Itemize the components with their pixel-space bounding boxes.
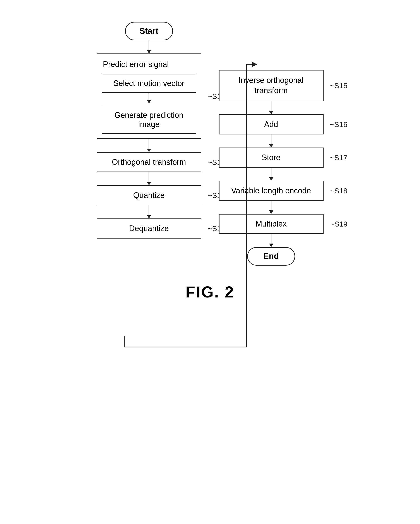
right-column: Inverse orthogonal transform ~S15 Add ~S… xyxy=(219,70,324,266)
add-box: Add xyxy=(219,114,324,134)
arrow-line xyxy=(271,101,271,111)
arrow-head xyxy=(269,144,273,148)
arrow-store-to-vle xyxy=(269,168,273,181)
arrow-line xyxy=(149,205,149,215)
variable-length-encode-box: Variable length encode xyxy=(219,181,324,201)
arrow-line xyxy=(271,234,271,244)
arrow-line xyxy=(271,168,271,177)
arrow-head xyxy=(147,100,151,104)
arrow-inner xyxy=(102,93,196,104)
arrow-head xyxy=(147,50,151,53)
s19-row: Multiplex ~S19 xyxy=(219,214,324,234)
arrow-vle-to-multiplex xyxy=(269,201,273,214)
left-column: Start Predict error signal Select motion… xyxy=(97,22,201,238)
generate-prediction-box: Generate prediction image xyxy=(102,106,196,134)
arrow-head xyxy=(147,215,151,218)
arrow-quantize-to-dequantize xyxy=(147,205,151,218)
s12-row: Orthogonal transform ~S12 xyxy=(97,152,201,172)
arrow-head xyxy=(147,182,151,185)
predict-error-label: Predict error signal xyxy=(102,59,196,72)
start-node: Start xyxy=(125,22,173,40)
end-node: End xyxy=(247,247,295,266)
arrow-line xyxy=(271,201,271,210)
arrow-orthogonal-to-quantize xyxy=(147,172,151,185)
arrow-line xyxy=(149,93,149,100)
arrow-line xyxy=(271,134,271,144)
diagram-container: Start Predict error signal Select motion… xyxy=(17,22,403,301)
s13-row: Quantize ~S13 xyxy=(97,185,201,205)
s16-label: ~S16 xyxy=(330,120,347,129)
arrow-head xyxy=(269,210,273,214)
flowchart: Start Predict error signal Select motion… xyxy=(17,22,403,266)
dequantize-box: Dequantize xyxy=(97,218,201,238)
s16-row: Add ~S16 xyxy=(219,114,324,134)
predict-error-outer: Predict error signal Select motion vecto… xyxy=(97,53,201,139)
s17-label: ~S17 xyxy=(330,153,347,162)
arrow-start-to-predict xyxy=(147,40,151,53)
inverse-orthogonal-line2: transform xyxy=(254,86,288,95)
select-motion-vector-box: Select motion vector xyxy=(102,74,196,93)
arrow-line xyxy=(149,139,149,149)
arrow-predict-to-orthogonal xyxy=(147,139,151,152)
quantize-box: Quantize xyxy=(97,185,201,205)
arrow-add-to-store xyxy=(269,134,273,148)
arrow-inverse-to-add xyxy=(269,101,273,114)
s11-row: Predict error signal Select motion vecto… xyxy=(97,53,201,139)
s14-row: Dequantize ~S14 xyxy=(97,218,201,238)
arrow-head xyxy=(269,111,273,114)
multiplex-box: Multiplex xyxy=(219,214,324,234)
store-box: Store xyxy=(219,148,324,168)
arrow-line xyxy=(149,40,149,50)
inverse-orthogonal-line1: Inverse orthogonal xyxy=(239,76,303,85)
figure-label: FIG. 2 xyxy=(185,283,234,301)
arrow-head xyxy=(269,177,273,181)
s15-row: Inverse orthogonal transform ~S15 xyxy=(219,70,324,101)
s15-label: ~S15 xyxy=(330,81,347,90)
s18-row: Variable length encode ~S18 xyxy=(219,181,324,201)
inverse-orthogonal-box: Inverse orthogonal transform xyxy=(219,70,324,101)
arrow-head xyxy=(147,149,151,152)
orthogonal-transform-box: Orthogonal transform xyxy=(97,152,201,172)
s17-row: Store ~S17 xyxy=(219,148,324,168)
s18-label: ~S18 xyxy=(330,186,347,195)
arrow-head xyxy=(269,244,273,247)
s19-label: ~S19 xyxy=(330,219,347,228)
arrow-line xyxy=(149,172,149,182)
arrow-multiplex-to-end xyxy=(269,234,273,247)
